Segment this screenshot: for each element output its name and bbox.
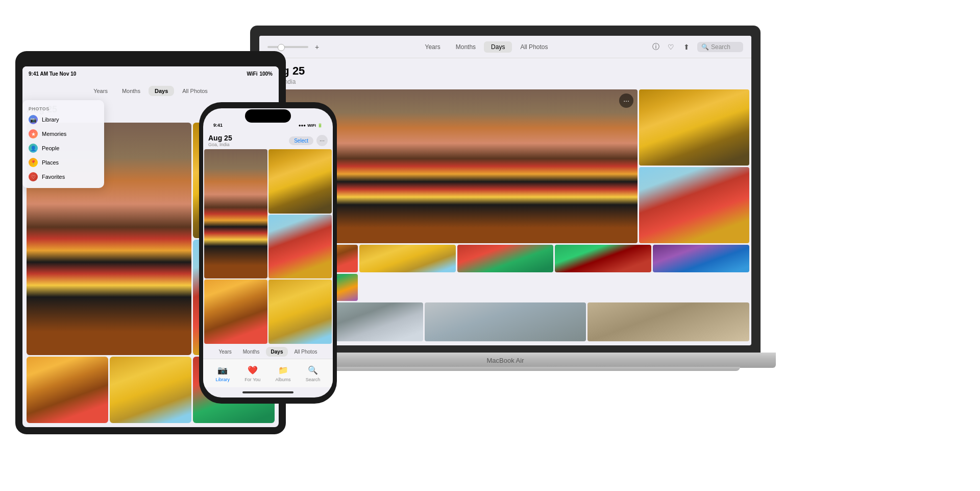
favorites-icon: ♡ <box>29 172 38 181</box>
ipad-tab-days[interactable]: Days <box>149 86 174 96</box>
sidebar-item-memories[interactable]: ★ Memories <box>22 127 104 141</box>
heart-icon[interactable]: ♡ <box>667 42 676 52</box>
library-tab-label: Library <box>216 377 230 382</box>
tab-albums[interactable]: 📁 Albums <box>276 365 291 382</box>
library-tab-icon: 📷 <box>217 365 228 376</box>
bottom-photo-5[interactable] <box>653 245 749 272</box>
tab-days[interactable]: Days <box>484 41 512 53</box>
iphone-photo-grid <box>203 149 333 345</box>
select-button[interactable]: Select <box>289 136 313 145</box>
tab-search[interactable]: 🔍 Search <box>306 365 321 382</box>
library-icon: 📷 <box>29 115 38 124</box>
iphone-photos-app: Aug 25 Goa, India Select ··· <box>203 131 333 398</box>
arch-photo-3[interactable] <box>587 302 749 341</box>
ipad-bottom-2[interactable] <box>110 357 191 423</box>
iphone-time: 9:41 <box>213 123 223 128</box>
macbook-toolbar: + Years Months Days All Photos ⓘ ♡ ⬆ <box>259 36 751 58</box>
tab-years[interactable]: Years <box>418 41 448 53</box>
iphone-nav-tabs: Years Months Days All Photos <box>203 345 333 359</box>
side-photos <box>639 89 751 243</box>
macbook-date-title: Aug 25 <box>267 64 743 78</box>
sidebar-item-favorites[interactable]: ♡ Favorites <box>22 170 104 184</box>
share-icon[interactable]: ⬆ <box>682 42 691 52</box>
search-placeholder: Search <box>711 43 730 51</box>
tab-for-you[interactable]: ❤️ For You <box>244 365 260 382</box>
iphone-home-indicator-bar <box>203 387 333 398</box>
search-tab-icon: 🔍 <box>307 365 318 376</box>
iphone-photo-4[interactable] <box>204 279 267 344</box>
side-photo-man[interactable] <box>639 89 749 166</box>
ipad-status-right: WiFi 100% <box>247 71 273 77</box>
for-you-tab-label: For You <box>244 377 260 382</box>
ipad-sidebar: Photos 📷 Library ★ Memories 👤 People <box>22 100 104 188</box>
iphone-date-info: Aug 25 Goa, India <box>208 134 232 147</box>
tab-library[interactable]: 📷 Library <box>216 365 230 382</box>
battery-status: 100% <box>259 71 273 77</box>
iphone-date-header: Aug 25 Goa, India Select ··· <box>203 131 333 149</box>
wifi-icon: WiFi <box>247 71 257 77</box>
macbook-date-header: Aug 25 Goa, India <box>259 58 751 87</box>
sidebar-label-people: People <box>42 145 59 151</box>
search-box[interactable]: 🔍 Search <box>697 42 743 52</box>
iphone-header-actions: Select ··· <box>289 135 328 146</box>
arch-photo-2[interactable] <box>425 302 586 341</box>
ipad-tab-months[interactable]: Months <box>116 86 146 96</box>
sidebar-label-library: Library <box>42 116 59 123</box>
iphone-more-button[interactable]: ··· <box>316 135 328 146</box>
plus-icon: + <box>312 42 322 52</box>
macbook-toolbar-left: + <box>267 42 322 52</box>
search-tab-label: Search <box>306 377 321 382</box>
ipad-tab-all-photos[interactable]: All Photos <box>176 86 214 96</box>
iphone-tab-years[interactable]: Years <box>214 347 237 357</box>
iphone-date-sub: Goa, India <box>208 142 232 147</box>
more-button[interactable]: ··· <box>619 93 633 108</box>
search-icon: 🔍 <box>701 43 709 51</box>
sidebar-item-places[interactable]: 📍 Places <box>22 155 104 170</box>
iphone-tab-months[interactable]: Months <box>238 347 265 357</box>
iphone-tab-days[interactable]: Days <box>266 347 288 357</box>
ipad-tab-years[interactable]: Years <box>87 86 114 96</box>
albums-tab-label: Albums <box>276 377 291 382</box>
bottom-photo-4[interactable] <box>555 245 651 272</box>
ipad-status-bar: 9:41 AM Tue Nov 10 WiFi 100% <box>22 66 279 81</box>
iphone-photo-5[interactable] <box>268 279 332 344</box>
tab-months[interactable]: Months <box>449 41 483 53</box>
albums-tab-icon: 📁 <box>278 365 289 376</box>
people-icon: 👤 <box>29 144 38 153</box>
wifi-icon: WiFi <box>307 123 316 128</box>
sidebar-item-people[interactable]: 👤 People <box>22 141 104 155</box>
iphone-status-right: ●●● WiFi 🔋 <box>299 123 323 128</box>
info-icon[interactable]: ⓘ <box>651 42 660 52</box>
sidebar-label-memories: Memories <box>42 131 66 137</box>
macbook-nav-tabs: Years Months Days All Photos <box>418 41 555 53</box>
tab-all-photos[interactable]: All Photos <box>513 41 555 53</box>
sidebar-label-places: Places <box>42 159 59 166</box>
macbook-date-sub: Goa, India <box>267 78 743 85</box>
places-icon: 📍 <box>29 158 38 167</box>
sidebar-label-favorites: Favorites <box>42 174 65 180</box>
iphone-photo-3[interactable] <box>268 215 332 279</box>
sidebar-section-title: Photos <box>22 104 104 112</box>
side-photo-woman-red[interactable] <box>639 167 749 243</box>
memories-icon: ★ <box>29 129 38 138</box>
home-indicator <box>242 391 293 393</box>
bottom-photo-2[interactable] <box>359 245 456 272</box>
battery-icon: 🔋 <box>317 123 323 128</box>
for-you-tab-icon: ❤️ <box>247 365 258 376</box>
scene: + Years Months Days All Photos ⓘ ♡ ⬆ <box>0 0 980 491</box>
macbook-toolbar-right: ⓘ ♡ ⬆ 🔍 Search <box>651 42 743 52</box>
sidebar-item-library[interactable]: 📷 Library <box>22 112 104 127</box>
iphone-photo-2[interactable] <box>268 149 332 214</box>
iphone-tab-all-photos[interactable]: All Photos <box>289 347 322 357</box>
ipad-bottom-1[interactable] <box>27 357 108 423</box>
iphone-bottom-toolbar: 📷 Library ❤️ For You 📁 Albums 🔍 <box>203 359 333 387</box>
macbook-foot <box>301 367 740 371</box>
iphone-photo-main[interactable] <box>204 149 267 278</box>
iphone-screen: 9:41 ●●● WiFi 🔋 Aug 25 Goa, India <box>203 108 333 398</box>
zoom-slider[interactable] <box>267 46 308 48</box>
signal-icon: ●●● <box>299 123 306 128</box>
iphone-device: 9:41 ●●● WiFi 🔋 Aug 25 Goa, India <box>199 102 347 409</box>
bottom-photo-3[interactable] <box>457 245 554 272</box>
iphone-date-title: Aug 25 <box>208 134 232 142</box>
dynamic-island <box>245 109 291 123</box>
